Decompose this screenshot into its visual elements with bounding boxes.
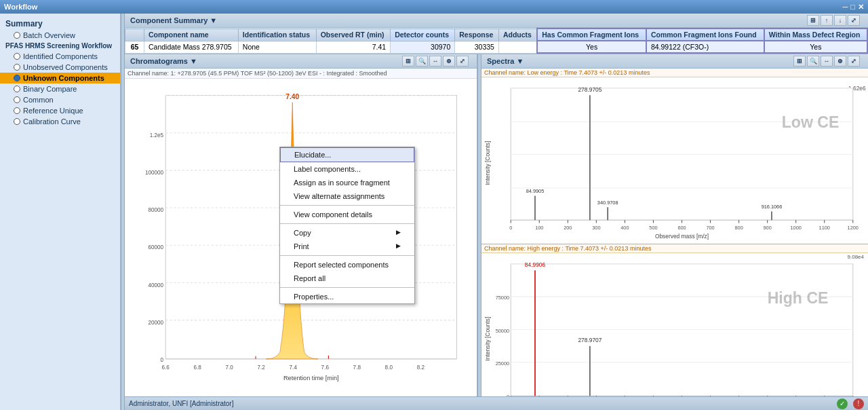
chrom-toolbar-btn-3[interactable]: ↔ bbox=[429, 56, 441, 67]
chromatogram-chart-area: Intensity [Counts] bbox=[125, 79, 477, 396]
table-row[interactable]: 65 Candidate Mass 278.9705 None 7.41 309… bbox=[125, 41, 868, 53]
col-header-detector-counts[interactable]: Detector counts bbox=[391, 29, 455, 41]
context-menu-report-selected[interactable]: Report selected components bbox=[280, 258, 414, 272]
svg-text:40000: 40000 bbox=[148, 282, 163, 288]
context-menu-assign[interactable]: Assign as in source fragment bbox=[280, 176, 414, 189]
component-summary-panel: Component Summary ▼ ⊞ ↑ ↓ ⤢ Component na bbox=[125, 14, 868, 54]
svg-text:7.40: 7.40 bbox=[285, 93, 299, 100]
context-menu-sep-2 bbox=[280, 223, 414, 224]
chrom-toolbar-btn-2[interactable]: 🔍 bbox=[416, 56, 428, 67]
radio-reference-unique bbox=[14, 107, 20, 114]
sidebar-item-reference-unique[interactable]: Reference Unique bbox=[0, 105, 120, 116]
component-table: Component name Identification status Obs… bbox=[125, 28, 868, 54]
context-menu-properties[interactable]: Properties... bbox=[280, 290, 414, 303]
cell-component-name: Candidate Mass 278.9705 bbox=[144, 41, 239, 53]
svg-text:600: 600 bbox=[677, 225, 686, 231]
svg-rect-32 bbox=[511, 88, 853, 220]
svg-text:6.8: 6.8 bbox=[194, 365, 202, 371]
svg-text:1.2e5: 1.2e5 bbox=[150, 132, 164, 138]
col-header-rt[interactable]: Observed RT (min) bbox=[316, 29, 390, 41]
cell-common-found: 84.99122 (CF3O-) bbox=[646, 41, 764, 53]
spectra-toolbar-btn-1[interactable]: ⊞ bbox=[793, 56, 806, 67]
spectra-header: Spectra ▼ ⊞ 🔍 ↔ ⊕ ⤢ bbox=[481, 54, 868, 69]
toolbar-btn-4[interactable]: ⤢ bbox=[848, 15, 860, 26]
context-menu-print[interactable]: Print bbox=[280, 240, 414, 253]
chromatogram-title: Chromatograms ▼ bbox=[130, 57, 197, 65]
chrom-toolbar-btn-4[interactable]: ⊕ bbox=[443, 56, 455, 67]
sidebar-item-unobserved[interactable]: Unobserved Components bbox=[0, 62, 120, 73]
svg-text:1200: 1200 bbox=[848, 225, 859, 231]
col-header-adducts[interactable]: Adducts bbox=[498, 29, 537, 41]
spectra-toolbar-btn-3[interactable]: ↔ bbox=[821, 56, 833, 67]
app-container: Workflow ─ □ ✕ Summary Batch Overview PF… bbox=[0, 0, 868, 410]
status-bar: Administrator, UNFI [Administrator] ✓ ! bbox=[125, 396, 868, 410]
context-menu-copy[interactable]: Copy bbox=[280, 226, 414, 240]
svg-text:7.8: 7.8 bbox=[353, 365, 361, 371]
spectra-toolbar-btn-2[interactable]: 🔍 bbox=[807, 56, 819, 67]
component-summary-header: Component Summary ▼ ⊞ ↑ ↓ ⤢ bbox=[125, 14, 868, 28]
svg-text:1000: 1000 bbox=[791, 225, 802, 231]
context-menu-elucidate[interactable]: Elucidate... bbox=[280, 147, 414, 162]
svg-text:Observed mass [m/z]: Observed mass [m/z] bbox=[655, 233, 709, 240]
col-header-response[interactable]: Response bbox=[455, 29, 499, 41]
context-menu-view-details[interactable]: View component details bbox=[280, 208, 414, 221]
main-area: Summary Batch Overview PFAS HRMS Screeni… bbox=[0, 14, 868, 410]
context-menu: Elucidate... Label components... Assign … bbox=[279, 147, 415, 304]
col-header-mass-defect[interactable]: Within Mass Defect Region bbox=[764, 29, 867, 41]
chrom-toolbar-btn-5[interactable]: ⤢ bbox=[456, 56, 469, 67]
svg-text:7.6: 7.6 bbox=[321, 365, 330, 371]
sidebar-label-reference-unique: Reference Unique bbox=[23, 107, 83, 115]
sidebar-item-calibration[interactable]: Calibration Curve bbox=[0, 116, 120, 127]
radio-unobserved bbox=[14, 64, 20, 71]
spectra-upper: Channel name: Low energy : Time 7.4073 +… bbox=[481, 69, 868, 244]
col-header-common-found[interactable]: Common Fragment Ions Found bbox=[646, 29, 764, 41]
chrom-toolbar-btn-1[interactable]: ⊞ bbox=[402, 56, 414, 67]
spectra-upper-channel-label: Channel name: Low energy : Time 7.4073 +… bbox=[481, 69, 868, 77]
sidebar-item-common[interactable]: Common bbox=[0, 94, 120, 105]
spectra-upper-svg: 1.62e6 Intensity [Counts] bbox=[481, 77, 868, 242]
svg-text:916.1066: 916.1066 bbox=[762, 204, 783, 210]
maximize-icon[interactable]: □ bbox=[850, 3, 855, 12]
context-menu-view-alternate[interactable]: View alternate assignments bbox=[280, 189, 414, 203]
svg-text:900: 900 bbox=[764, 225, 772, 231]
radio-common bbox=[14, 96, 20, 103]
svg-text:50000: 50000 bbox=[496, 327, 509, 333]
context-menu-report-all[interactable]: Report all bbox=[280, 272, 414, 285]
sidebar-item-pfas: PFAS HRMS Screening Workflow bbox=[0, 41, 120, 51]
close-icon[interactable]: ✕ bbox=[858, 3, 864, 12]
col-header-component-name[interactable]: Component name bbox=[144, 29, 239, 41]
sidebar-item-unknown[interactable]: Unknown Components bbox=[0, 73, 120, 83]
svg-text:84.9906: 84.9906 bbox=[525, 261, 546, 268]
spectra-toolbar: ⊞ 🔍 ↔ ⊕ ⤢ bbox=[791, 56, 863, 67]
svg-text:84.9905: 84.9905 bbox=[526, 188, 545, 194]
cell-id-status: None bbox=[238, 41, 316, 53]
sidebar-label-identified: Identified Components bbox=[23, 52, 98, 60]
svg-text:700: 700 bbox=[706, 225, 714, 231]
svg-text:500: 500 bbox=[649, 225, 657, 231]
svg-text:0: 0 bbox=[507, 394, 509, 396]
right-content: Component Summary ▼ ⊞ ↑ ↓ ⤢ Component na bbox=[125, 14, 868, 410]
svg-text:Retention time [min]: Retention time [min] bbox=[283, 375, 339, 381]
spectra-toolbar-btn-4[interactable]: ⊕ bbox=[834, 56, 846, 67]
col-header-index[interactable] bbox=[125, 29, 144, 41]
svg-text:0: 0 bbox=[509, 225, 512, 231]
context-menu-label-components[interactable]: Label components... bbox=[280, 162, 414, 176]
radio-calibration bbox=[14, 118, 20, 125]
svg-text:340.9708: 340.9708 bbox=[597, 200, 618, 206]
col-header-has-common[interactable]: Has Common Fragment Ions bbox=[537, 29, 646, 41]
sidebar-item-batch-overview[interactable]: Batch Overview bbox=[0, 30, 120, 41]
sidebar-item-binary[interactable]: Binary Compare bbox=[0, 83, 120, 94]
sidebar-label-binary: Binary Compare bbox=[23, 85, 77, 93]
toolbar-btn-1[interactable]: ⊞ bbox=[807, 15, 819, 26]
col-header-id-status[interactable]: Identification status bbox=[238, 29, 316, 41]
svg-text:7.4: 7.4 bbox=[290, 365, 298, 371]
sidebar-item-identified[interactable]: Identified Components bbox=[0, 51, 120, 62]
sidebar-label-calibration: Calibration Curve bbox=[23, 117, 81, 126]
spectra-toolbar-btn-5[interactable]: ⤢ bbox=[848, 56, 860, 67]
sidebar-label-common: Common bbox=[23, 96, 54, 104]
toolbar-btn-3[interactable]: ↓ bbox=[834, 15, 846, 26]
svg-text:278.9707: 278.9707 bbox=[578, 337, 601, 343]
minimize-icon[interactable]: ─ bbox=[843, 3, 848, 12]
chromatogram-header: Chromatograms ▼ ⊞ 🔍 ↔ ⊕ ⤢ bbox=[125, 54, 477, 69]
toolbar-btn-2[interactable]: ↑ bbox=[821, 15, 833, 26]
